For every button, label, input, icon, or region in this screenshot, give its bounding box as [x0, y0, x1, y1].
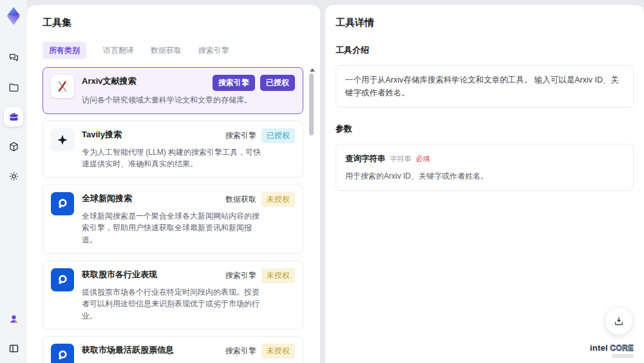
intro-heading: 工具介绍	[336, 44, 634, 56]
list-scrollbar[interactable]	[308, 67, 315, 363]
tool-list: Arxiv文献搜索 搜索引擎 已授权 访问各个研究领域大量科学论文和文章的存储库…	[43, 67, 303, 363]
tool-collection-panel: 工具集 所有类别 语言翻译 数据获取 搜索引擎 Arxiv文献搜索	[27, 5, 320, 363]
param-box: 查询字符串 字符串 必填 用于搜索的Arxiv ID、关键字或作者姓名。	[336, 144, 634, 191]
param-type: 字符串	[390, 153, 412, 165]
detail-title: 工具详情	[336, 17, 634, 29]
category-tab-3[interactable]: 搜索引擎	[198, 45, 229, 56]
tool-category-badge: 搜索引擎	[213, 75, 255, 91]
category-tab-1[interactable]: 语言翻译	[103, 45, 134, 56]
tool-card[interactable]: 全球新闻搜索 数据获取 未授权 全球新闻搜索是一个聚合全球各大新闻网站内容的搜索…	[43, 184, 303, 254]
tool-detail-panel: 工具详情 工具介绍 一个用于从Arxiv存储库搜索科学论文和文章的工具。 输入可…	[325, 5, 644, 363]
settings-gear-icon[interactable]	[4, 166, 23, 186]
tool-description: 专为人工智能代理 (LLM) 构建的搜索引擎工具，可快速提供实时、准确和真实的结…	[82, 146, 265, 170]
category-tab-2[interactable]: 数据获取	[151, 45, 182, 56]
tool-card[interactable]: Tavily搜索 搜索引擎 已授权 专为人工智能代理 (LLM) 构建的搜索引擎…	[43, 121, 303, 178]
tool-card[interactable]: 获取市场最活跃股票信息 搜索引擎 未授权 提供当天交易量最高的股票列表。投资者可…	[43, 336, 303, 363]
tool-title: 全球新闻搜索	[82, 192, 132, 204]
scroll-up-arrow-icon[interactable]	[310, 68, 315, 72]
download-button[interactable]	[605, 308, 632, 335]
category-tab-0[interactable]: 所有类别	[43, 42, 86, 59]
tool-auth-badge: 已授权	[260, 75, 295, 91]
arxiv-icon	[51, 75, 74, 98]
tool-title: 获取股市各行业表现	[82, 268, 157, 280]
intro-box: 一个用于从Arxiv存储库搜索科学论文和文章的工具。 输入可以是Arxiv ID…	[336, 65, 634, 108]
page-title: 工具集	[43, 17, 320, 29]
cube-icon[interactable]	[4, 137, 23, 156]
panel-toggle-icon[interactable]	[4, 338, 23, 358]
tool-card[interactable]: Arxiv文献搜索 搜索引擎 已授权 访问各个研究领域大量科学论文和文章的存储库…	[43, 67, 303, 114]
tool-title: 获取市场最活跃股票信息	[82, 344, 174, 356]
globe-news-icon	[51, 192, 74, 215]
tool-category-badge: 搜索引擎	[225, 346, 256, 357]
param-required-badge: 必填	[416, 153, 430, 165]
user-avatar-icon[interactable]	[4, 309, 23, 328]
tool-card[interactable]: 获取股市各行业表现 搜索引擎 未授权 提供股票市场各个行业在特定时间段内的表现。…	[43, 260, 303, 330]
app-logo	[5, 6, 22, 26]
tool-title: Arxiv文献搜索	[82, 75, 137, 87]
param-name: 查询字符串	[345, 152, 386, 165]
tool-auth-badge: 未授权	[261, 192, 295, 207]
globe-news-icon	[51, 344, 74, 363]
tool-description: 访问各个研究领域大量科学论文和文章的存储库。	[82, 94, 265, 106]
tool-description: 提供股票市场各个行业在特定时间段内的表现。投资者可以利用这些信息来识别表现优于或…	[82, 286, 265, 322]
category-tabs: 所有类别 语言翻译 数据获取 搜索引擎	[43, 42, 320, 59]
globe-news-icon	[51, 268, 74, 291]
scrollbar-thumb[interactable]	[309, 74, 314, 135]
tool-auth-badge: 已授权	[261, 128, 295, 143]
icon-rail	[0, 0, 27, 363]
download-icon	[613, 315, 625, 327]
tool-auth-badge: 未授权	[261, 344, 295, 358]
logo-subtext-bar	[612, 354, 634, 358]
tool-auth-badge: 未授权	[261, 268, 295, 283]
param-description: 用于搜索的Arxiv ID、关键字或作者姓名。	[345, 170, 624, 182]
folder-icon[interactable]	[4, 77, 23, 97]
sparkle-icon	[51, 128, 74, 152]
chat-icon[interactable]	[4, 48, 23, 67]
intel-core-logo: intel core	[590, 344, 634, 358]
tool-description: 全球新闻搜索是一个聚合全球各大新闻网站内容的搜索引擎，帮助用户快速获取全球最新资…	[82, 210, 265, 246]
tool-title: Tavily搜索	[82, 128, 122, 141]
params-heading: 参数	[336, 123, 634, 135]
toolbox-icon[interactable]	[4, 107, 23, 126]
tool-category-badge: 搜索引擎	[225, 270, 256, 281]
tool-category-badge: 搜索引擎	[225, 130, 256, 141]
tool-category-badge: 数据获取	[225, 194, 256, 205]
app-root: 工具集 所有类别 语言翻译 数据获取 搜索引擎 Arxiv文献搜索	[0, 0, 644, 363]
